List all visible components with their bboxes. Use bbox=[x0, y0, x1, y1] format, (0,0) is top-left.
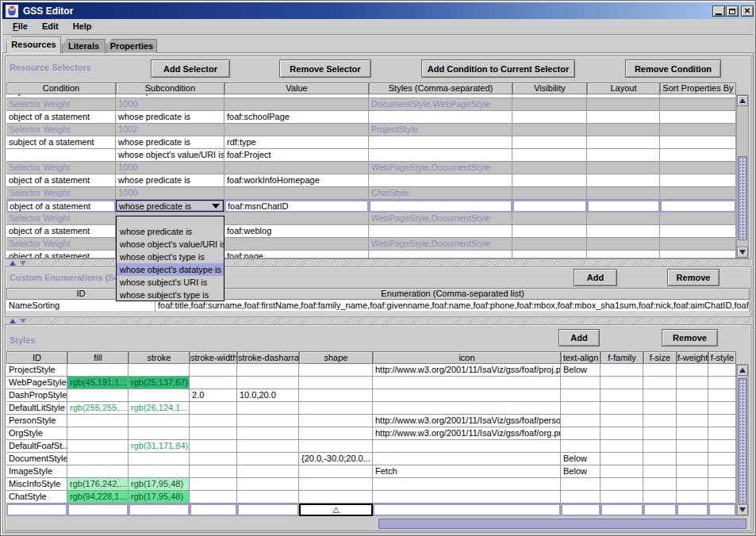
table-cell[interactable] bbox=[67, 364, 129, 377]
table-cell[interactable] bbox=[561, 377, 601, 389]
table-cell[interactable] bbox=[67, 465, 129, 478]
table-cell[interactable] bbox=[708, 415, 736, 427]
dropdown-option[interactable]: whose predicate is bbox=[117, 225, 224, 238]
table-cell[interactable] bbox=[587, 149, 660, 162]
table-cell[interactable]: Selector Weight bbox=[6, 98, 116, 111]
table-cell[interactable] bbox=[369, 136, 512, 149]
table-cell[interactable] bbox=[369, 200, 512, 212]
table-cell[interactable] bbox=[708, 377, 736, 389]
table-cell[interactable] bbox=[660, 251, 736, 258]
table-cell[interactable] bbox=[587, 111, 660, 124]
table-cell[interactable] bbox=[299, 377, 373, 389]
table-cell[interactable] bbox=[373, 389, 561, 402]
table-cell[interactable]: rgb(17,95,48) bbox=[129, 478, 190, 491]
table-cell[interactable] bbox=[512, 251, 587, 258]
table-cell[interactable] bbox=[512, 162, 587, 174]
table-cell[interactable] bbox=[643, 503, 677, 516]
title-bar[interactable]: GSS Editor ✕ bbox=[2, 2, 754, 19]
enum-column-header[interactable]: Enumeration (Comma-separated list) bbox=[155, 288, 750, 300]
table-cell[interactable]: {20.0,-30.0;20.0... bbox=[299, 453, 373, 465]
table-cell[interactable]: Selector Weight bbox=[6, 162, 116, 174]
table-cell[interactable] bbox=[129, 427, 190, 440]
table-cell[interactable] bbox=[708, 427, 736, 440]
table-cell[interactable] bbox=[601, 440, 643, 453]
rs-column-header[interactable]: Subcondition bbox=[116, 82, 224, 94]
table-cell[interactable] bbox=[660, 162, 736, 174]
table-cell[interactable] bbox=[677, 453, 708, 465]
table-cell[interactable]: NameSorting bbox=[6, 300, 155, 312]
table-cell[interactable] bbox=[237, 503, 299, 516]
table-cell[interactable] bbox=[561, 478, 601, 491]
table-cell[interactable] bbox=[129, 465, 190, 478]
table-cell[interactable] bbox=[643, 491, 677, 503]
styles-column-header[interactable]: stroke-width bbox=[190, 351, 237, 364]
table-cell[interactable] bbox=[299, 402, 373, 415]
table-cell[interactable]: rgb(25,137,67) bbox=[129, 377, 190, 389]
table-cell[interactable] bbox=[601, 491, 643, 503]
maximize-button[interactable] bbox=[726, 6, 739, 17]
table-cell[interactable] bbox=[643, 465, 677, 478]
table-cell[interactable] bbox=[373, 377, 561, 389]
add-condition-button[interactable]: Add Condition to Current Selector bbox=[421, 59, 575, 78]
tab-resources[interactable]: Resources bbox=[6, 36, 61, 53]
menu-help[interactable]: Help bbox=[66, 19, 99, 34]
table-cell[interactable] bbox=[601, 377, 643, 389]
table-cell[interactable] bbox=[512, 98, 587, 111]
table-cell[interactable] bbox=[561, 389, 601, 402]
table-cell[interactable] bbox=[237, 440, 299, 453]
table-cell[interactable] bbox=[587, 251, 660, 258]
table-cell[interactable] bbox=[601, 427, 643, 440]
table-cell[interactable] bbox=[643, 440, 677, 453]
table-cell[interactable]: DefaultLitStyle bbox=[6, 402, 67, 415]
table-cell[interactable] bbox=[643, 453, 677, 465]
dropdown-option[interactable]: whose object's value/URI is bbox=[117, 238, 224, 251]
table-cell[interactable] bbox=[708, 440, 736, 453]
table-cell[interactable] bbox=[6, 503, 67, 516]
table-cell[interactable] bbox=[373, 478, 561, 491]
table-cell[interactable] bbox=[190, 427, 237, 440]
table-cell[interactable] bbox=[237, 415, 299, 427]
split-divider-bottom[interactable] bbox=[5, 318, 751, 324]
styles-column-header[interactable]: f-size bbox=[643, 351, 677, 364]
styles-column-header[interactable]: f-style bbox=[708, 351, 736, 364]
table-cell[interactable] bbox=[129, 453, 190, 465]
rs-scroll-up-button[interactable] bbox=[737, 95, 748, 106]
table-cell[interactable] bbox=[660, 238, 736, 251]
table-cell[interactable] bbox=[512, 124, 587, 136]
styles-column-header[interactable]: icon bbox=[373, 351, 561, 364]
table-cell[interactable] bbox=[587, 225, 660, 238]
table-cell[interactable] bbox=[677, 377, 708, 389]
table-cell[interactable] bbox=[677, 402, 708, 415]
table-cell[interactable] bbox=[643, 415, 677, 427]
table-cell[interactable] bbox=[708, 389, 736, 402]
rs-vertical-scrollbar[interactable] bbox=[736, 94, 749, 258]
table-cell[interactable]: DashPropStyle bbox=[6, 389, 67, 402]
table-cell[interactable]: object of a statement bbox=[6, 174, 116, 187]
remove-selector-button[interactable]: Remove Selector bbox=[279, 59, 371, 78]
table-cell[interactable] bbox=[190, 402, 237, 415]
tab-literals[interactable]: Literals bbox=[62, 39, 106, 53]
table-cell[interactable]: Selector Weight bbox=[6, 187, 116, 200]
table-cell[interactable] bbox=[67, 453, 129, 465]
table-cell[interactable] bbox=[587, 136, 660, 149]
table-cell[interactable]: WebPageStyle,DocumentStyle bbox=[369, 162, 512, 174]
dropdown-option[interactable]: whose subject's URI is bbox=[117, 276, 224, 289]
table-cell[interactable]: whose predicate is bbox=[116, 111, 224, 124]
table-cell[interactable] bbox=[677, 389, 708, 402]
table-cell[interactable]: whose predicate is bbox=[116, 174, 224, 187]
table-cell[interactable] bbox=[660, 149, 736, 162]
table-cell[interactable] bbox=[561, 491, 601, 503]
table-cell[interactable] bbox=[708, 491, 736, 503]
table-cell[interactable] bbox=[677, 364, 708, 377]
table-cell[interactable] bbox=[190, 377, 237, 389]
table-cell[interactable] bbox=[67, 503, 129, 516]
table-cell[interactable] bbox=[190, 364, 237, 377]
table-cell[interactable]: ChatStyle bbox=[6, 491, 67, 503]
table-cell[interactable] bbox=[373, 491, 561, 503]
table-cell[interactable] bbox=[237, 402, 299, 415]
table-cell[interactable] bbox=[299, 415, 373, 427]
table-cell[interactable] bbox=[129, 364, 190, 377]
table-cell[interactable] bbox=[660, 212, 736, 225]
table-cell[interactable] bbox=[369, 111, 512, 124]
table-cell[interactable]: WebPageStyle bbox=[6, 377, 67, 389]
